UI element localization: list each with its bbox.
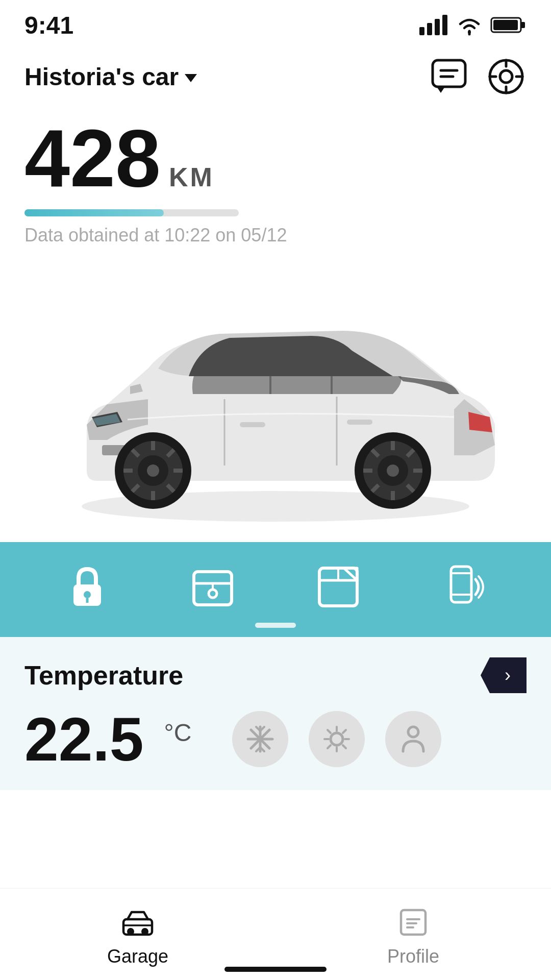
svg-point-79 — [408, 727, 418, 737]
car-illustration-container — [0, 256, 551, 532]
svg-line-77 — [343, 730, 346, 733]
nav-garage[interactable]: Garage — [0, 899, 276, 967]
svg-rect-22 — [240, 422, 265, 427]
svg-line-78 — [328, 745, 331, 748]
svg-point-70 — [331, 733, 343, 745]
phone-connect-icon — [439, 562, 488, 611]
chat-icon — [431, 58, 467, 95]
temperature-header: Temperature › — [24, 657, 527, 693]
trunk-icon — [188, 562, 237, 611]
temperature-mode-icons — [232, 711, 441, 767]
svg-rect-7 — [493, 20, 518, 30]
control-page-indicator — [255, 623, 296, 628]
window-button[interactable] — [314, 562, 363, 611]
data-timestamp: Data obtained at 10:22 on 05/12 — [24, 225, 527, 246]
header-icons — [429, 56, 527, 97]
temperature-title: Temperature — [24, 660, 183, 691]
svg-point-82 — [141, 928, 148, 935]
svg-rect-59 — [451, 567, 471, 602]
svg-point-40 — [387, 464, 399, 477]
phone-connect-button[interactable] — [439, 562, 488, 611]
lock-button[interactable] — [63, 562, 112, 611]
svg-point-28 — [147, 464, 159, 477]
range-progress-bar — [24, 209, 239, 216]
lock-icon — [63, 562, 112, 611]
svg-point-50 — [84, 591, 91, 598]
temperature-value: 22.5 — [24, 708, 144, 770]
range-value: 428 KM — [24, 117, 527, 199]
temperature-section: Temperature › 22.5 °C — [0, 637, 551, 790]
heating-button[interactable] — [309, 711, 365, 767]
range-unit: KM — [169, 162, 214, 192]
chevron-down-icon — [185, 74, 197, 82]
car-image-section — [0, 246, 551, 542]
temperature-detail-button[interactable]: › — [481, 657, 527, 693]
svg-line-75 — [328, 730, 331, 733]
garage-icon — [119, 904, 156, 941]
chat-button[interactable] — [429, 56, 469, 97]
person-button[interactable] — [385, 711, 441, 767]
cooling-button[interactable] — [232, 711, 288, 767]
garage-label: Garage — [107, 946, 168, 967]
status-bar: 9:41 — [0, 0, 551, 41]
signal-icon — [419, 15, 448, 35]
status-time: 9:41 — [24, 11, 73, 39]
profile-icon — [395, 904, 432, 941]
svg-rect-3 — [442, 15, 447, 35]
trunk-button[interactable] — [188, 562, 237, 611]
range-progress-fill — [24, 209, 164, 216]
settings-button[interactable] — [486, 56, 527, 97]
svg-rect-6 — [521, 22, 525, 28]
svg-rect-1 — [427, 23, 432, 35]
header: Historia's car — [0, 41, 551, 107]
car-name: Historia's car — [24, 63, 179, 91]
person-icon — [399, 725, 428, 753]
sun-icon — [322, 725, 351, 753]
window-icon — [314, 562, 363, 611]
car-selector[interactable]: Historia's car — [24, 63, 197, 91]
snowflake-icon — [246, 725, 274, 753]
control-bar — [0, 542, 551, 637]
car-illustration — [46, 266, 505, 522]
svg-point-12 — [500, 70, 512, 83]
svg-rect-8 — [433, 60, 465, 87]
battery-icon — [491, 16, 527, 34]
svg-line-76 — [343, 745, 346, 748]
settings-icon — [488, 58, 524, 95]
bottom-nav: Garage Profile — [0, 888, 551, 980]
profile-label: Profile — [387, 946, 439, 967]
svg-point-54 — [209, 590, 217, 598]
temperature-unit: °C — [164, 719, 192, 747]
chevron-right-icon: › — [505, 665, 511, 686]
svg-rect-0 — [419, 27, 424, 35]
svg-rect-23 — [347, 420, 372, 425]
nav-profile[interactable]: Profile — [276, 899, 551, 967]
svg-point-81 — [127, 928, 134, 935]
svg-point-4 — [468, 31, 471, 34]
home-indicator — [224, 967, 327, 972]
temperature-value-row: 22.5 °C — [24, 708, 527, 770]
status-icons — [419, 15, 527, 35]
range-section: 428 KM — [0, 107, 551, 199]
wifi-icon — [456, 15, 483, 35]
svg-rect-2 — [435, 19, 440, 35]
range-number: 428 — [24, 117, 161, 199]
